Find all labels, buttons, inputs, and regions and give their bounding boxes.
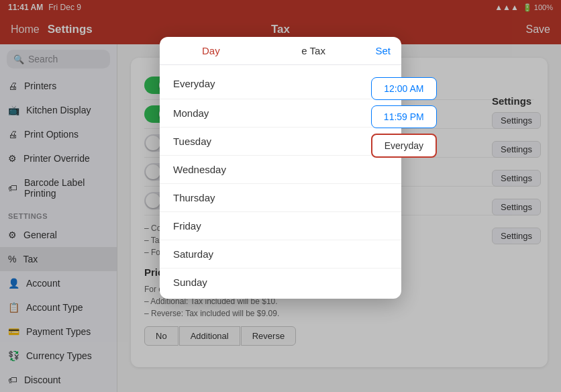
day-item-tuesday[interactable]: Tuesday [160,128,401,156]
everyday-btn[interactable]: Everyday [371,134,437,158]
time-end-btn[interactable]: 11:59 PM [371,105,437,128]
day-item-sunday[interactable]: Sunday [160,268,401,296]
time-panel: 12:00 AM 11:59 PM Everyday [371,77,437,158]
day-item-saturday[interactable]: Saturday [160,240,401,268]
day-item-friday[interactable]: Friday [160,212,401,240]
dropdown-popup: Day e Tax Set Everyday ✓ Monday Tuesday … [160,37,401,299]
popup-tab-etax[interactable]: e Tax [262,37,365,64]
popup-day-list: Everyday ✓ Monday Tuesday Wednesday Thur… [160,65,401,299]
popup-tab-day[interactable]: Day [160,37,262,64]
popup-header: Day e Tax Set [160,37,401,65]
day-item-thursday[interactable]: Thursday [160,184,401,212]
day-item-everyday[interactable]: Everyday ✓ [160,68,401,99]
day-item-monday[interactable]: Monday [160,99,401,128]
popup-set-button[interactable]: Set [365,37,402,64]
day-item-wednesday[interactable]: Wednesday [160,156,401,184]
time-start-btn[interactable]: 12:00 AM [371,77,437,100]
